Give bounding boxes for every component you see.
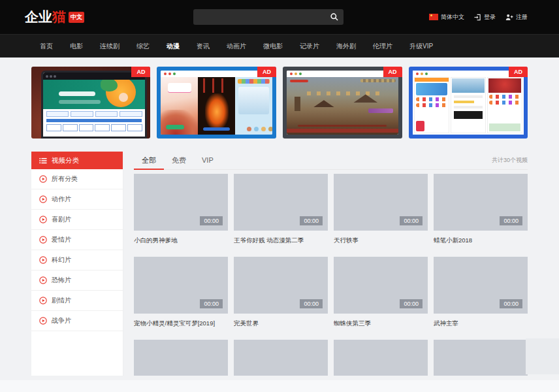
sidebar-item-4[interactable]: 科幻片	[31, 250, 123, 270]
play-circle-icon	[39, 276, 47, 284]
nav-item-7[interactable]: 微电影	[255, 42, 291, 51]
login-link[interactable]: 登录	[474, 13, 496, 22]
duration-badge: 00:00	[400, 299, 423, 308]
nav-item-2[interactable]: 连续剧	[91, 42, 128, 51]
play-circle-icon	[39, 175, 47, 183]
nav-item-1[interactable]: 电影	[61, 42, 91, 51]
video-card-1[interactable]: 00:00王爷你好贱 动态漫第二季	[234, 174, 328, 257]
duration-badge: 00:00	[400, 216, 423, 225]
sidebar-item-label: 动作片	[52, 195, 71, 204]
search-button[interactable]	[325, 9, 343, 25]
video-title: 完美世界	[234, 319, 328, 327]
banner-screenshot	[413, 71, 524, 135]
ad-banner-2[interactable]: AD	[157, 67, 276, 139]
login-icon	[474, 14, 481, 21]
search-input[interactable]	[193, 13, 325, 21]
banner-screenshot	[287, 71, 398, 135]
nav-item-5[interactable]: 资讯	[188, 42, 218, 51]
video-thumbnail: 00:00	[134, 174, 228, 231]
ad-badge: AD	[383, 67, 402, 77]
duration-badge: 00:00	[200, 216, 223, 225]
sidebar-item-label: 战争片	[52, 316, 71, 325]
sidebar-item-label: 剧情片	[52, 296, 71, 305]
video-thumbnail: 00:00	[234, 257, 328, 314]
video-card-7[interactable]: 00:00武神主宰	[434, 257, 528, 340]
video-card-0[interactable]: 00:00小白的男神爹地	[134, 174, 228, 257]
site-logo[interactable]: 企业猫 中文	[25, 8, 84, 26]
nav-item-11[interactable]: 升级VIP	[401, 42, 441, 51]
video-card-5[interactable]: 00:00完美世界	[234, 257, 328, 340]
register-link[interactable]: 注册	[505, 13, 528, 22]
banner-screenshot	[43, 73, 145, 137]
nav-item-9[interactable]: 海外剧	[328, 42, 364, 51]
main-nav: 首页电影连续剧综艺动漫资讯动画片微电影记录片海外剧伦理片升级VIP	[0, 34, 559, 57]
ad-badge: AD	[257, 67, 276, 77]
nav-item-4[interactable]: 动漫	[158, 42, 188, 51]
logo-language-badge: 中文	[69, 12, 84, 23]
sidebar-item-label: 科幻片	[52, 255, 71, 265]
sidebar-item-7[interactable]: 战争片	[31, 311, 123, 331]
ad-banner-3[interactable]: AD	[283, 67, 402, 139]
video-card-6[interactable]: 00:00蜘蛛侠第三季	[334, 257, 428, 340]
sidebar-title: 视频分类	[52, 156, 79, 165]
video-thumbnail: 00:00	[334, 257, 428, 314]
ad-badge: AD	[131, 67, 150, 77]
video-thumbnail: 00:00	[234, 174, 328, 231]
tab-2[interactable]: VIP	[194, 152, 221, 170]
sidebar-item-0[interactable]: 所有分类	[31, 169, 123, 189]
video-card-2[interactable]: 00:00天行轶事	[334, 174, 428, 257]
ad-banner-4[interactable]: AD	[409, 67, 528, 139]
tab-0[interactable]: 全部	[134, 152, 164, 170]
video-title: 蜘蛛侠第三季	[334, 319, 428, 327]
video-title: 小白的男神爹地	[134, 236, 228, 244]
video-thumbnail: 00:00	[434, 174, 528, 231]
filter-tabs: 全部免费VIP 共计30个视频	[134, 152, 528, 170]
play-circle-icon	[39, 317, 47, 325]
duration-badge: 00:00	[500, 216, 522, 225]
sidebar-item-label: 爱情片	[52, 235, 71, 244]
sidebar-item-1[interactable]: 动作片	[31, 189, 123, 210]
video-thumbnail: 00:00	[334, 340, 428, 376]
sidebar-item-2[interactable]: 喜剧片	[31, 210, 123, 230]
register-label: 注册	[516, 13, 528, 22]
sidebar-item-5[interactable]: 恐怖片	[31, 270, 123, 291]
video-section: 全部免费VIP 共计30个视频 00:00小白的男神爹地00:00王爷你好贱 动…	[134, 152, 528, 376]
sidebar-item-label: 喜剧片	[52, 215, 71, 224]
nav-item-3[interactable]: 综艺	[128, 42, 158, 51]
video-card-partial-1[interactable]: 00:00	[234, 340, 328, 376]
play-circle-icon	[39, 195, 47, 203]
video-thumbnail: 00:00	[334, 174, 428, 231]
nav-item-8[interactable]: 记录片	[291, 42, 328, 51]
duration-badge: 00:00	[300, 299, 323, 308]
duration-badge: 00:00	[300, 216, 323, 225]
video-card-4[interactable]: 00:00宠物小精灵/精灵宝可梦[2019]	[134, 257, 228, 340]
sidebar-header: 视频分类	[31, 152, 123, 169]
ad-banner-1[interactable]: AD	[31, 67, 150, 139]
nav-item-0[interactable]: 首页	[31, 42, 61, 51]
sidebar-item-label: 所有分类	[52, 174, 78, 184]
flag-icon	[429, 14, 438, 20]
footer-strip	[0, 380, 559, 392]
ad-badge: AD	[509, 67, 528, 77]
video-card-3[interactable]: 00:00蜡笔小新2018	[434, 174, 528, 257]
banner-screenshot	[161, 71, 272, 135]
sidebar-item-3[interactable]: 爱情片	[31, 230, 123, 250]
top-header: 企业猫 中文 简体中文 登录 注册	[0, 0, 559, 34]
video-thumbnail: 00:00	[434, 257, 528, 314]
tab-1[interactable]: 免费	[164, 152, 194, 170]
side-widget[interactable]	[526, 338, 559, 374]
login-label: 登录	[484, 13, 496, 22]
video-title: 宠物小精灵/精灵宝可梦[2019]	[134, 319, 228, 327]
video-title: 蜡笔小新2018	[434, 236, 528, 244]
language-selector[interactable]: 简体中文	[429, 13, 464, 22]
nav-item-6[interactable]: 动画片	[218, 42, 255, 51]
language-label: 简体中文	[441, 13, 464, 22]
search-box	[193, 9, 343, 25]
play-circle-icon	[39, 236, 47, 244]
video-card-partial-0[interactable]: 00:00	[134, 340, 228, 376]
nav-item-10[interactable]: 伦理片	[364, 42, 401, 51]
video-card-partial-3[interactable]: 00:00	[434, 340, 528, 376]
sidebar-item-6[interactable]: 剧情片	[31, 291, 123, 311]
video-card-partial-2[interactable]: 00:00	[334, 340, 428, 376]
video-thumbnail: 00:00	[134, 257, 228, 314]
